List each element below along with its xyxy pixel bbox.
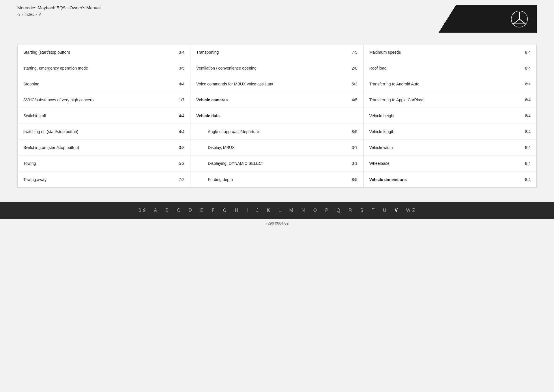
alpha-item-Q[interactable]: Q	[337, 208, 340, 213]
alpha-item-T[interactable]: T	[372, 208, 375, 213]
alpha-item-J[interactable]: J	[256, 208, 259, 213]
row-reference[interactable]: 8›4	[525, 177, 531, 182]
row-reference[interactable]: 1›7	[179, 98, 185, 102]
row-label: Roof load	[369, 66, 525, 70]
index-row[interactable]: Fording depth8›5	[190, 171, 363, 187]
index-row[interactable]: Voice commands for MBUX voice assistant5…	[190, 76, 363, 92]
index-row[interactable]: Switching off4›4	[18, 108, 190, 124]
row-reference[interactable]: 3›1	[352, 145, 358, 150]
ref-number: 8›5	[352, 129, 358, 134]
row-reference[interactable]: 8›5	[352, 129, 358, 134]
svg-point-1	[519, 18, 520, 20]
alpha-item-F[interactable]: F	[212, 208, 215, 213]
index-row[interactable]: Vehicle height8›4	[364, 108, 536, 124]
ref-number: 4›4	[179, 113, 185, 118]
index-row[interactable]: Switching on (start/stop button)3›3	[18, 140, 190, 156]
index-row[interactable]: Stopping4›4	[18, 76, 190, 92]
row-reference[interactable]: 3›4	[179, 50, 185, 55]
index-row[interactable]: Transferring to Android Auto6›4	[364, 76, 536, 92]
alpha-item-WZ[interactable]: W Z	[406, 208, 415, 213]
row-reference[interactable]: 4›4	[179, 129, 185, 134]
ref-number: 5›3	[352, 82, 358, 86]
row-reference[interactable]: 4›4	[179, 113, 185, 118]
index-row[interactable]: Vehicle length8›4	[364, 124, 536, 140]
row-label: Stopping	[23, 82, 179, 86]
index-row[interactable]: Transporting7›5	[190, 44, 363, 60]
alpha-item-D[interactable]: D	[189, 208, 192, 213]
alpha-item-N[interactable]: N	[302, 208, 305, 213]
ref-number: 8›4	[525, 50, 531, 55]
row-label: Towing	[23, 161, 179, 166]
alpha-item-E[interactable]: E	[200, 208, 204, 213]
alpha-item-S[interactable]: S	[360, 208, 364, 213]
row-reference[interactable]: 3›1	[352, 161, 358, 166]
index-row[interactable]: Maximum speeds8›4	[364, 44, 536, 60]
alpha-item-U[interactable]: U	[383, 208, 387, 213]
ref-number: 6›4	[525, 98, 531, 102]
alpha-item-O[interactable]: O	[313, 208, 317, 213]
alpha-item-P[interactable]: P	[325, 208, 329, 213]
alpha-item-I[interactable]: I	[247, 208, 248, 213]
ref-number: 3›1	[352, 161, 358, 166]
row-reference[interactable]: 8›4	[525, 113, 531, 118]
alpha-item-A[interactable]: A	[154, 208, 158, 213]
row-label: Transporting	[196, 50, 352, 55]
index-row[interactable]: Roof load8›4	[364, 60, 536, 76]
alpha-item-M[interactable]: M	[289, 208, 293, 213]
index-row[interactable]: Display, MBUX3›1	[190, 140, 363, 156]
row-reference[interactable]: 8›4	[525, 66, 531, 70]
index-row[interactable]: Ventilation / convenience opening2›8	[190, 60, 363, 76]
row-reference[interactable]: 8›4	[525, 145, 531, 150]
row-reference[interactable]: 6›4	[525, 82, 531, 86]
row-reference[interactable]: 4›5	[352, 98, 358, 102]
alpha-item-R[interactable]: R	[349, 208, 352, 213]
row-reference[interactable]: 7›5	[352, 50, 358, 55]
row-reference[interactable]: 4›4	[179, 82, 185, 86]
row-reference[interactable]: 8›5	[352, 177, 358, 182]
index-row[interactable]: Vehicle cameras4›5	[190, 92, 363, 108]
ref-number: 7›2	[179, 177, 185, 182]
index-row[interactable]: starting, emergency operation mode3›5	[18, 60, 190, 76]
row-label: Switching off	[23, 113, 179, 118]
alpha-item-G[interactable]: G	[223, 208, 227, 213]
index-row[interactable]: Towing away7›2	[18, 171, 190, 187]
row-reference[interactable]: 8›4	[525, 129, 531, 134]
row-reference[interactable]: 2›8	[352, 66, 358, 70]
row-reference[interactable]: 7›2	[179, 177, 185, 182]
alpha-item-B[interactable]: B	[165, 208, 169, 213]
index-row[interactable]: Transferring to Apple CarPlay*6›4	[364, 92, 536, 108]
index-row[interactable]: Angle of approach/departure8›5	[190, 124, 363, 140]
index-row[interactable]: Displaying, DYNAMIC SELECT3›1	[190, 156, 363, 171]
row-reference[interactable]: 5›2	[179, 161, 185, 166]
row-reference[interactable]: 6›4	[525, 98, 531, 102]
row-reference[interactable]: 3›3	[179, 145, 185, 150]
index-row[interactable]: Wheelbase8›4	[364, 156, 536, 171]
alpha-item-V[interactable]: V	[395, 208, 398, 213]
row-reference[interactable]: 5›3	[352, 82, 358, 86]
row-reference[interactable]: 8›4	[525, 161, 531, 166]
index-row[interactable]: SVHC/substances of very high concern1›7	[18, 92, 190, 108]
ref-number: 6›4	[525, 82, 531, 86]
alpha-item-C[interactable]: C	[177, 208, 181, 213]
row-label: Vehicle data	[196, 113, 357, 118]
footer: F296 0064 02	[0, 219, 554, 228]
index-row[interactable]: Starting (start/stop button)3›4	[18, 44, 190, 60]
alpha-item-09[interactable]: 0 9	[138, 208, 146, 213]
ref-number: 8›4	[525, 145, 531, 150]
row-reference[interactable]: 3›5	[179, 66, 185, 70]
alpha-item-L[interactable]: L	[278, 208, 281, 213]
index-row[interactable]: Vehicle width8›4	[364, 140, 536, 156]
index-row[interactable]: Towing5›2	[18, 156, 190, 171]
breadcrumb-index[interactable]: Index	[25, 12, 34, 16]
row-label: Voice commands for MBUX voice assistant	[196, 82, 352, 86]
ref-number: 5›2	[179, 161, 185, 166]
alpha-item-H[interactable]: H	[235, 208, 239, 213]
row-label: Starting (start/stop button)	[23, 50, 179, 55]
row-reference[interactable]: 8›4	[525, 50, 531, 55]
index-row[interactable]: Vehicle dimensions8›4	[364, 171, 536, 187]
index-row[interactable]: switching off (start/stop button)4›4	[18, 124, 190, 140]
row-label: Switching on (start/stop button)	[23, 145, 179, 150]
ref-number: 8›4	[525, 113, 531, 118]
alpha-item-K[interactable]: K	[267, 208, 270, 213]
home-icon[interactable]: ⌂	[17, 12, 20, 17]
